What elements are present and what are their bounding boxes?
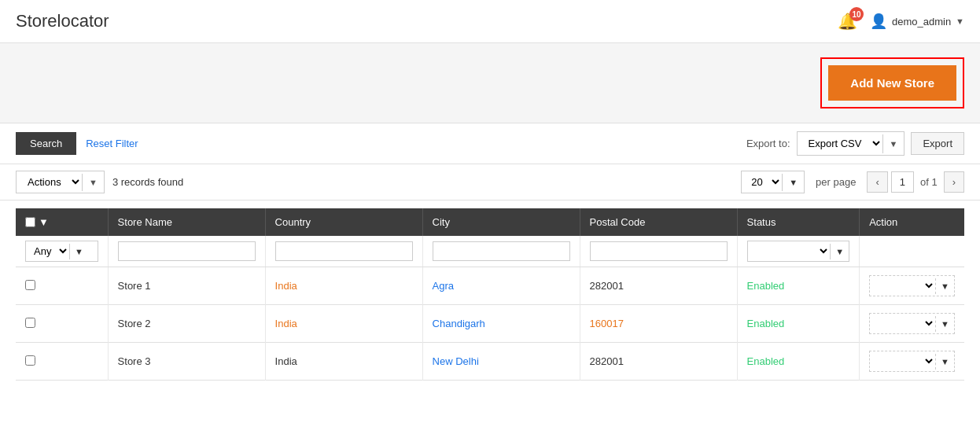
toolbar-right: Export to: Export CSV ▼ Export <box>746 131 964 156</box>
per-page-select[interactable]: 20 <box>742 171 782 193</box>
toolbar-left: Search Reset Filter <box>16 132 138 155</box>
pagination: ‹ 1 of 1 › <box>867 171 964 193</box>
notification-count: 10 <box>849 7 864 21</box>
th-action: Action <box>860 208 964 236</box>
actions-select[interactable]: Actions <box>17 171 82 193</box>
th-city: City <box>422 208 580 236</box>
table-row: Store 2 India Chandigarh 160017 Enabled … <box>16 305 964 343</box>
row2-action-cell: ▼ <box>860 305 964 343</box>
row1-action-dropdown: ▼ <box>869 275 955 296</box>
filter-store-input[interactable] <box>118 241 256 261</box>
row3-store-name: Store 3 <box>108 343 265 381</box>
export-button[interactable]: Export <box>911 132 964 155</box>
user-name: demo_admin <box>892 16 951 28</box>
table-wrapper: ▼ Store Name Country City Postal Code St… <box>0 208 980 396</box>
row2-action-caret-icon[interactable]: ▼ <box>935 316 954 332</box>
th-status: Status <box>737 208 860 236</box>
actions-dropdown: Actions ▼ <box>16 171 105 193</box>
user-icon: 👤 <box>870 13 887 30</box>
row1-store-name: Store 1 <box>108 267 265 305</box>
row1-action-caret-icon[interactable]: ▼ <box>935 278 954 294</box>
row1-country: India <box>265 267 422 305</box>
row1-status: Enabled <box>737 267 860 305</box>
row3-action-dropdown: ▼ <box>869 351 955 372</box>
filter-action-cell <box>860 236 964 267</box>
user-menu[interactable]: 👤 demo_admin ▼ <box>870 13 964 30</box>
current-page: 1 <box>891 171 914 193</box>
row2-action-select[interactable] <box>870 314 935 333</box>
filter-postal-cell <box>580 236 737 267</box>
table-row: Store 1 India Agra 282001 Enabled ▼ <box>16 267 964 305</box>
filter-store-cell <box>108 236 265 267</box>
per-page-dropdown: 20 ▼ <box>741 171 805 193</box>
row2-checkbox[interactable] <box>25 318 35 328</box>
filter-any-cell: Any ▼ <box>16 236 108 267</box>
prev-page-button[interactable]: ‹ <box>867 171 887 193</box>
th-country: Country <box>265 208 422 236</box>
filter-row: Any ▼ <box>16 236 964 267</box>
row3-city: New Delhi <box>422 343 580 381</box>
filter-city-input[interactable] <box>433 241 570 261</box>
row3-country: India <box>265 343 422 381</box>
notification-bell[interactable]: 🔔 10 <box>838 12 857 31</box>
table-header-row: ▼ Store Name Country City Postal Code St… <box>16 208 964 236</box>
th-check-caret-icon[interactable]: ▼ <box>39 216 49 228</box>
next-page-button[interactable]: › <box>944 171 964 193</box>
row3-action-caret-icon[interactable]: ▼ <box>935 354 954 370</box>
page-of-label: of 1 <box>920 176 938 188</box>
row3-action-select[interactable] <box>870 351 935 371</box>
th-postal-code: Postal Code <box>580 208 737 236</box>
row3-status: Enabled <box>737 343 860 381</box>
header: Storelocator 🔔 10 👤 demo_admin ▼ <box>0 0 980 43</box>
row1-postal: 282001 <box>580 267 737 305</box>
page-title: Storelocator <box>16 11 109 31</box>
actions-right: 20 ▼ per page ‹ 1 of 1 › <box>741 171 964 193</box>
stores-table: ▼ Store Name Country City Postal Code St… <box>16 208 964 381</box>
filter-status-caret-icon[interactable]: ▼ <box>830 244 849 259</box>
toolbar: Search Reset Filter Export to: Export CS… <box>0 123 980 164</box>
row3-postal: 282001 <box>580 343 737 381</box>
reset-filter-link[interactable]: Reset Filter <box>86 138 138 149</box>
row2-store-name: Store 2 <box>108 305 265 343</box>
row2-checkbox-cell <box>16 305 108 343</box>
actions-left: Actions ▼ 3 records found <box>16 171 183 193</box>
export-csv-select[interactable]: Export CSV <box>798 132 882 155</box>
filter-status-select[interactable] <box>748 241 831 261</box>
add-new-store-button[interactable]: Add New Store <box>828 65 956 101</box>
row1-checkbox[interactable] <box>25 280 35 290</box>
filter-status-cell: ▼ <box>737 236 860 267</box>
row1-action-cell: ▼ <box>860 267 964 305</box>
export-csv-caret-icon[interactable]: ▼ <box>882 134 904 153</box>
row2-action-dropdown: ▼ <box>869 313 955 334</box>
filter-any-dropdown: Any ▼ <box>25 241 98 262</box>
export-to-label: Export to: <box>746 138 790 149</box>
row1-action-select[interactable] <box>870 276 935 296</box>
filter-any-select[interactable]: Any <box>26 241 69 261</box>
row2-country: India <box>265 305 422 343</box>
row3-checkbox[interactable] <box>25 355 35 366</box>
filter-postal-input[interactable] <box>590 241 728 261</box>
filter-status-dropdown: ▼ <box>747 241 850 262</box>
search-button[interactable]: Search <box>16 132 76 155</box>
actions-caret-icon[interactable]: ▼ <box>82 174 104 191</box>
filter-country-input[interactable] <box>275 241 413 261</box>
table-row: Store 3 India New Delhi 282001 Enabled ▼ <box>16 343 964 381</box>
row1-city: Agra <box>422 267 580 305</box>
th-checkbox: ▼ <box>16 208 108 236</box>
row2-city: Chandigarh <box>422 305 580 343</box>
export-csv-dropdown: Export CSV ▼ <box>797 131 905 156</box>
filter-country-cell <box>265 236 422 267</box>
per-page-caret-icon[interactable]: ▼ <box>782 174 804 191</box>
top-action-bar: Add New Store <box>0 43 980 123</box>
user-caret-icon: ▼ <box>956 17 964 26</box>
per-page-label: per page <box>816 176 856 188</box>
row2-postal: 160017 <box>580 305 737 343</box>
th-store-name: Store Name <box>108 208 265 236</box>
filter-city-cell <box>422 236 580 267</box>
row3-action-cell: ▼ <box>860 343 964 381</box>
select-all-checkbox[interactable] <box>25 217 35 227</box>
actions-bar: Actions ▼ 3 records found 20 ▼ per page … <box>0 164 980 200</box>
header-right: 🔔 10 👤 demo_admin ▼ <box>838 12 964 31</box>
filter-any-caret-icon[interactable]: ▼ <box>69 244 88 259</box>
row3-checkbox-cell <box>16 343 108 381</box>
